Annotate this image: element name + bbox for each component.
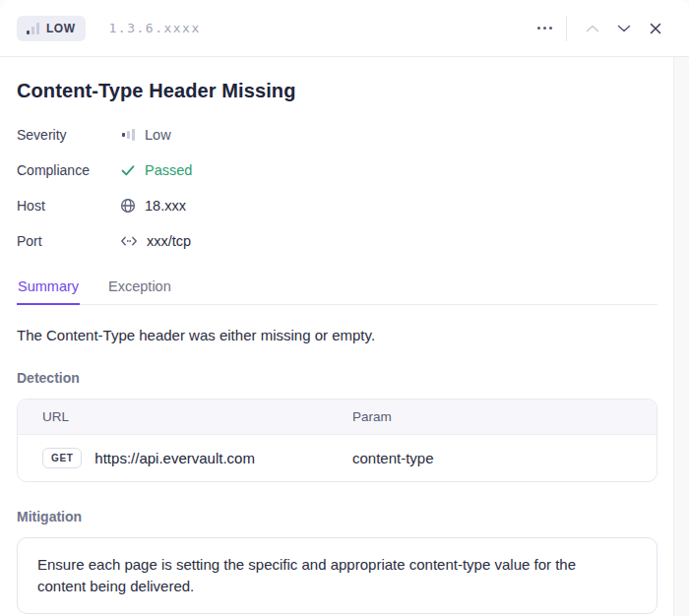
finding-detail-panel: LOW 1.3.6.xxxx (0, 0, 689, 616)
previous-finding-button[interactable] (577, 13, 608, 44)
close-button[interactable] (640, 13, 671, 44)
field-host: Host 18.xxx (17, 188, 658, 223)
field-severity: Severity Low (17, 117, 658, 153)
field-value: 18.xxx (145, 198, 186, 214)
titlebar: LOW 1.3.6.xxxx (0, 0, 689, 57)
ellipsis-icon (537, 27, 552, 30)
tab-summary[interactable]: Summary (17, 273, 80, 305)
chevron-down-icon (617, 25, 631, 32)
column-header-param: Param (352, 409, 657, 424)
field-value: Low (145, 127, 171, 143)
signal-bars-icon (120, 129, 136, 141)
mitigation-box: Ensure each page is setting the specific… (17, 537, 658, 614)
field-label: Host (17, 198, 120, 214)
check-icon (120, 162, 136, 178)
more-options-button[interactable] (529, 13, 560, 44)
field-port: Port xxx/tcp (17, 223, 658, 259)
tab-bar: Summary Exception (17, 273, 658, 305)
globe-icon (120, 198, 136, 214)
table-row[interactable]: GET https://api.evervault.com content-ty… (18, 435, 657, 481)
chevron-up-icon (586, 25, 599, 32)
severity-badge: LOW (17, 16, 86, 41)
signal-bars-icon (27, 23, 39, 34)
finding-description: The Content-Type header was either missi… (17, 327, 658, 343)
detection-param: content-type (352, 450, 657, 466)
close-icon (650, 23, 661, 34)
field-compliance: Compliance Passed (17, 153, 658, 188)
divider (566, 16, 567, 41)
field-value: xxx/tcp (147, 233, 191, 249)
detection-heading: Detection (17, 370, 658, 386)
mitigation-text: Ensure each page is setting the specific… (37, 554, 628, 597)
finding-title: Content-Type Header Missing (17, 80, 658, 102)
field-value: Passed (145, 162, 192, 178)
mitigation-heading: Mitigation (17, 509, 658, 524)
next-finding-button[interactable] (608, 13, 640, 44)
detection-table: URL Param GET https://api.evervault.com … (17, 399, 658, 482)
field-label: Port (17, 233, 120, 249)
detection-url: https://api.evervault.com (94, 450, 255, 466)
tab-exception[interactable]: Exception (107, 273, 172, 305)
titlebar-controls (529, 13, 671, 44)
plugin-version: 1.3.6.xxxx (109, 21, 201, 35)
content-scroll-area[interactable]: Content-Type Header Missing Severity Low… (0, 57, 673, 616)
severity-badge-label: LOW (46, 22, 76, 35)
finding-fields: Severity Low Compliance Pass (17, 117, 658, 259)
vertical-scrollbar[interactable] (673, 57, 689, 616)
code-arrows-icon (120, 234, 138, 248)
field-label: Compliance (17, 162, 120, 178)
http-method-badge: GET (42, 448, 82, 468)
detection-table-header: URL Param (18, 400, 657, 435)
column-header-url: URL (18, 409, 352, 424)
field-label: Severity (17, 127, 120, 143)
